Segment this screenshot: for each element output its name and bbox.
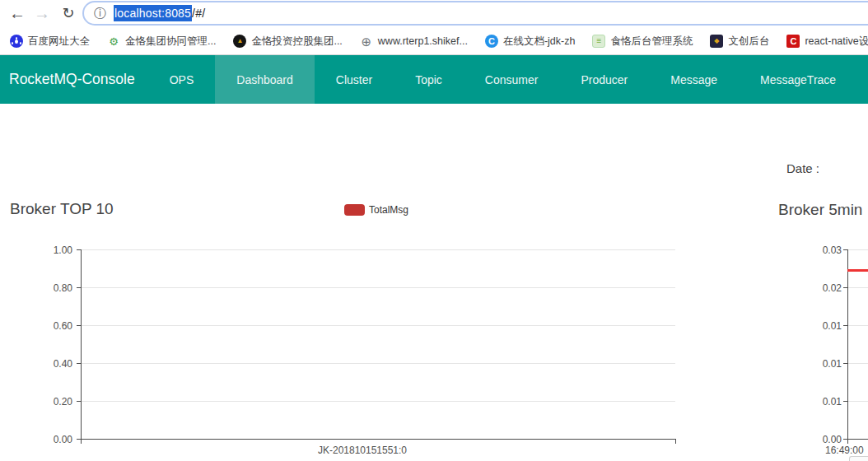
chart1-legend-totalmsg[interactable]: TotalMsg (344, 204, 408, 216)
y-tick (77, 401, 81, 402)
y-tick (843, 287, 847, 288)
refresh-icon[interactable]: ↻ (58, 2, 79, 25)
y-tick-label: 0.01 (792, 396, 842, 407)
y-tick-label: 0.40 (23, 358, 72, 370)
legend-label: TotalMsg (369, 204, 408, 216)
nav-item-topic[interactable]: Topic (394, 55, 464, 104)
totalmsg-line-series (847, 269, 868, 272)
y-tick-label: 0.03 (792, 244, 842, 256)
y-tick-label: 0.01 (792, 358, 842, 370)
bookmark-react-native[interactable]: C react-native设置... (786, 35, 868, 49)
blue-c-icon: C (485, 35, 498, 48)
y-tick (843, 439, 847, 440)
gridline (847, 287, 868, 288)
y-tick (843, 249, 847, 250)
y-tick (843, 401, 847, 402)
bookmark-label: 金恪集团协同管理... (125, 35, 216, 49)
x-axis-line (847, 439, 868, 440)
back-icon[interactable]: ← (7, 2, 28, 25)
gridline (81, 363, 675, 364)
y-tick (843, 325, 847, 326)
bookmark-jinke-invest[interactable]: ▲ 金恪投资控股集团... (233, 35, 342, 49)
chart2-title: Broker 5min (778, 201, 862, 219)
nav-item-consumer[interactable]: Consumer (464, 55, 560, 104)
y-tick (77, 249, 81, 250)
bookmark-label: 文创后台 (728, 35, 769, 49)
page-info-icon[interactable]: ⓘ (94, 6, 106, 21)
y-tick (77, 325, 81, 326)
bookmark-label: www.rterp1.shikef... (378, 35, 468, 47)
bookmark-label: 食恪后台管理系统 (610, 35, 693, 49)
y-tick-label: 0.00 (792, 434, 842, 445)
bookmarks-bar: 百度网址大全 ⚙ 金恪集团协同管理... ▲ 金恪投资控股集团... ⊕ www… (0, 28, 868, 55)
datazoom-slider-edge[interactable] (849, 456, 868, 461)
globe-icon: ⊕ (360, 35, 373, 48)
gridline (847, 249, 868, 250)
bookmark-label: react-native设置... (805, 35, 868, 49)
nav-item-message[interactable]: Message (649, 55, 739, 104)
y-axis-line (81, 249, 82, 444)
nav-item-dashboard[interactable]: Dashboard (215, 55, 315, 104)
y-axis-line (847, 249, 848, 444)
bookmark-baidu[interactable]: 百度网址大全 (10, 35, 90, 49)
nav-item-producer[interactable]: Producer (559, 55, 649, 104)
dark-diamond-icon: ◆ (710, 35, 723, 48)
nav-item-ops[interactable]: OPS (148, 55, 216, 104)
gridline (847, 401, 868, 402)
y-tick-label: 0.20 (23, 396, 72, 407)
red-c-icon: C (786, 35, 800, 48)
legend-swatch-icon (344, 204, 365, 216)
y-tick (77, 439, 81, 440)
nav-item-messagetrace[interactable]: MessageTrace (739, 55, 857, 104)
y-tick-label: 0.01 (792, 320, 842, 332)
y-tick-label: 0.80 (23, 282, 72, 294)
nav-item-cluster[interactable]: Cluster (315, 55, 394, 104)
bookmark-label: 百度网址大全 (28, 35, 90, 49)
bookmark-label: 金恪投资控股集团... (251, 35, 342, 49)
bookmark-wenchuang[interactable]: ◆ 文创后台 (710, 35, 769, 49)
bookmark-jdk-docs[interactable]: C 在线文档-jdk-zh (485, 35, 576, 49)
x-category-label: JK-201810151551:0 (247, 445, 478, 456)
bookmark-rterp[interactable]: ⊕ www.rterp1.shikef... (360, 35, 468, 48)
gridline (81, 325, 675, 326)
gridline (81, 401, 675, 402)
x-time-label: 16:49:00 (825, 445, 864, 456)
y-tick-label: 0.02 (792, 282, 842, 294)
bookmark-label: 在线文档-jdk-zh (503, 35, 576, 49)
gridline (81, 287, 675, 288)
browser-toolbar: ← → ↻ ⓘ localhost:8085 /#/ (0, 0, 868, 28)
date-label: Date : (786, 161, 819, 175)
bookmark-shike-admin[interactable]: ≡ 食恪后台管理系统 (592, 35, 693, 49)
url-selected-text: localhost:8085 (114, 5, 192, 21)
gridline (847, 363, 868, 364)
gear-icon: ⚙ (107, 35, 120, 48)
y-tick-label: 0.00 (23, 434, 72, 445)
forward-icon[interactable]: → (31, 2, 53, 25)
url-suffix-text: /#/ (192, 7, 205, 20)
green-square-icon: ≡ (592, 35, 605, 48)
gold-arrow-circle-icon: ▲ (233, 35, 246, 48)
x-axis-end-tick (675, 439, 676, 444)
bookmark-jinke-group[interactable]: ⚙ 金恪集团协同管理... (107, 35, 216, 49)
y-tick-label: 1.00 (23, 244, 72, 256)
x-axis-line (81, 439, 675, 440)
baidu-paw-icon (10, 35, 23, 48)
gridline (847, 325, 868, 326)
y-tick (843, 363, 847, 364)
app-brand[interactable]: RocketMQ-Console (0, 55, 148, 104)
chart1-title: Broker TOP 10 (10, 200, 114, 218)
y-tick (77, 287, 81, 288)
gridline (81, 249, 675, 250)
app-navbar: RocketMQ-Console OPS Dashboard Cluster T… (0, 55, 868, 104)
y-tick (77, 363, 81, 364)
y-tick-label: 0.60 (23, 320, 72, 332)
address-bar[interactable]: ⓘ localhost:8085 /#/ (82, 1, 868, 26)
